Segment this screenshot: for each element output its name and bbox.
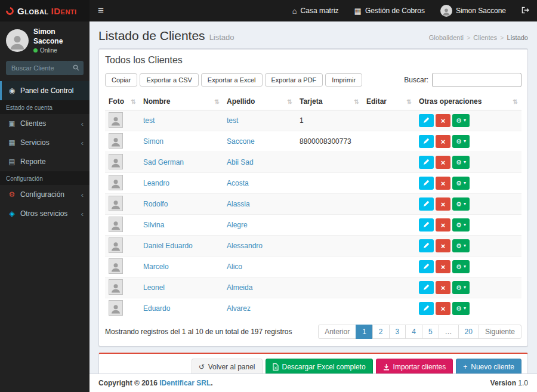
delete-button[interactable]: × [436, 302, 450, 315]
print-button[interactable]: Imprimir [325, 73, 362, 87]
delete-button[interactable]: × [436, 218, 450, 232]
sidebar-item-clientes[interactable]: ▣ Clientes ‹ [0, 114, 90, 133]
new-client-button[interactable]: + Nuevo cliente [456, 359, 521, 374]
client-lastname-link[interactable]: Almeida [227, 283, 252, 292]
edit-button[interactable] [419, 156, 434, 169]
operations-dropdown-button[interactable]: ⚙ ▾ [452, 218, 470, 232]
breadcrumb-globalidenti[interactable]: Globalidenti [429, 34, 464, 41]
sidebar-item-otros-servicios[interactable]: ◈ Otros servicios ‹ [0, 204, 90, 223]
delete-button[interactable]: × [436, 177, 450, 190]
cell-editar [363, 277, 415, 298]
column-header-foto[interactable]: Foto⇅ [105, 93, 140, 110]
client-lastname-link[interactable]: test [227, 116, 238, 125]
import-clients-button[interactable]: Importar clientes [376, 359, 453, 374]
client-lastname-link[interactable]: Acosta [227, 179, 249, 187]
edit-button[interactable] [419, 218, 434, 232]
menu-casa-matriz[interactable]: ⌂ Casa matriz [285, 0, 347, 21]
delete-button[interactable]: × [436, 156, 450, 169]
edit-button[interactable] [419, 281, 434, 294]
logo[interactable]: GlobalIDenti [0, 0, 90, 21]
client-name-link[interactable]: Leandro [143, 179, 169, 187]
client-name-link[interactable]: Sad German [143, 158, 184, 166]
client-name-link[interactable]: Silvina [143, 221, 164, 229]
sidebar-toggle-button[interactable]: ≡ [90, 0, 112, 21]
edit-button[interactable] [419, 239, 434, 252]
menu-casa-matriz-label: Casa matriz [301, 7, 339, 15]
breadcrumb-clientes[interactable]: Clientes [473, 34, 497, 41]
export-pdf-button[interactable]: Exportar a PDF [265, 73, 323, 87]
client-lastname-link[interactable]: Alassia [227, 200, 250, 208]
operations-dropdown-button[interactable]: ⚙ ▾ [452, 177, 470, 190]
operations-dropdown-button[interactable]: ⚙ ▾ [452, 239, 470, 252]
column-header-tarjeta[interactable]: Tarjeta⇅ [296, 93, 363, 110]
edit-button[interactable] [419, 135, 434, 148]
operations-dropdown-button[interactable]: ⚙ ▾ [452, 197, 470, 211]
billing-icon: ▦ [354, 7, 362, 16]
operations-dropdown-button[interactable]: ⚙ ▾ [452, 260, 470, 273]
column-header-apellido[interactable]: Apellido⇅ [223, 93, 296, 110]
client-name-link[interactable]: Marcelo [143, 263, 169, 271]
user-menu[interactable]: Simon Saccone [433, 0, 514, 21]
sidebar: Simon Saccone Online ◉ Pa [0, 21, 90, 392]
column-header-otras-operaciones[interactable]: Otras operaciones⇅ [415, 93, 521, 110]
sidebar-search-button[interactable] [68, 61, 84, 75]
edit-button[interactable] [419, 302, 434, 315]
operations-dropdown-button[interactable]: ⚙ ▾ [452, 302, 470, 315]
download-excel-button[interactable]: Descargar Excel completo [266, 359, 373, 374]
operations-dropdown-button[interactable]: ⚙ ▾ [452, 135, 470, 148]
logout-button[interactable] [514, 0, 537, 21]
edit-button[interactable] [419, 197, 434, 211]
operations-dropdown-button[interactable]: ⚙ ▾ [452, 114, 470, 127]
pagination-next[interactable]: Siguiente [479, 325, 521, 339]
client-name-link[interactable]: test [143, 116, 155, 125]
other-services-icon: ◈ [8, 209, 16, 218]
table-search-input[interactable] [432, 73, 521, 87]
client-name-link[interactable]: Rodolfo [143, 200, 168, 208]
back-to-panel-button[interactable]: ↺ Volver al panel [192, 359, 263, 374]
cell-nombre: Rodolfo [140, 194, 223, 215]
pagination-page-20[interactable]: 20 [458, 325, 479, 339]
client-name-link[interactable]: Simon [143, 137, 163, 146]
export-excel-button[interactable]: Exportar a Excel [201, 73, 263, 87]
pagination-page-3[interactable]: 3 [389, 325, 406, 339]
sidebar-item-configuracion[interactable]: ⚙ Configuración ‹ [0, 185, 90, 204]
sidebar-item-servicios[interactable]: ▦ Servicios ‹ [0, 133, 90, 152]
pagination-page-1[interactable]: 1 [356, 325, 373, 339]
operations-dropdown-button[interactable]: ⚙ ▾ [452, 281, 470, 294]
sidebar-item-panel-de-control[interactable]: ◉ Panel de Control [0, 81, 90, 100]
pagination-page-5[interactable]: 5 [422, 325, 439, 339]
export-csv-button[interactable]: Exportar a CSV [140, 73, 198, 87]
client-name-link[interactable]: Daniel Eduardo [143, 242, 193, 250]
pagination-prev[interactable]: Anterior [318, 325, 356, 339]
copy-button[interactable]: Copiar [105, 73, 137, 87]
client-lastname-link[interactable]: Alegre [227, 221, 248, 229]
delete-button[interactable]: × [436, 135, 450, 148]
delete-button[interactable]: × [436, 281, 450, 294]
client-name-link[interactable]: Eduardo [143, 304, 170, 313]
client-name-link[interactable]: Leonel [143, 283, 165, 292]
delete-button[interactable]: × [436, 239, 450, 252]
pagination: Anterior 1 2 3 4 5 … 20 Siguiente [318, 325, 521, 339]
delete-button[interactable]: × [436, 260, 450, 273]
pagination-page-2[interactable]: 2 [372, 325, 390, 339]
edit-button[interactable] [419, 114, 434, 127]
column-header-editar[interactable]: Editar⇅ [363, 93, 415, 110]
column-header-nombre[interactable]: Nombre⇅ [140, 93, 223, 110]
client-lastname-link[interactable]: Abii Sad [227, 158, 254, 166]
client-lastname-link[interactable]: Saccone [227, 137, 255, 146]
delete-button[interactable]: × [436, 197, 450, 211]
client-lastname-link[interactable]: Alvarez [227, 304, 251, 313]
cell-apellido: Acosta [223, 173, 296, 194]
pagination-page-4[interactable]: 4 [405, 325, 422, 339]
menu-gestion-cobros[interactable]: ▦ Gestión de Cobros [347, 0, 433, 21]
client-lastname-link[interactable]: Alessandro [227, 242, 263, 250]
cell-otras-operaciones: × ⚙ ▾ [415, 110, 521, 131]
operations-dropdown-button[interactable]: ⚙ ▾ [452, 156, 470, 169]
sidebar-item-reporte[interactable]: ▤ Reporte [0, 152, 90, 171]
sidebar-search-input[interactable] [6, 61, 68, 75]
company-link[interactable]: IDentificar SRL [159, 379, 211, 387]
client-lastname-link[interactable]: Alico [227, 263, 242, 271]
delete-button[interactable]: × [436, 114, 450, 127]
edit-button[interactable] [419, 177, 434, 190]
edit-button[interactable] [419, 260, 434, 273]
